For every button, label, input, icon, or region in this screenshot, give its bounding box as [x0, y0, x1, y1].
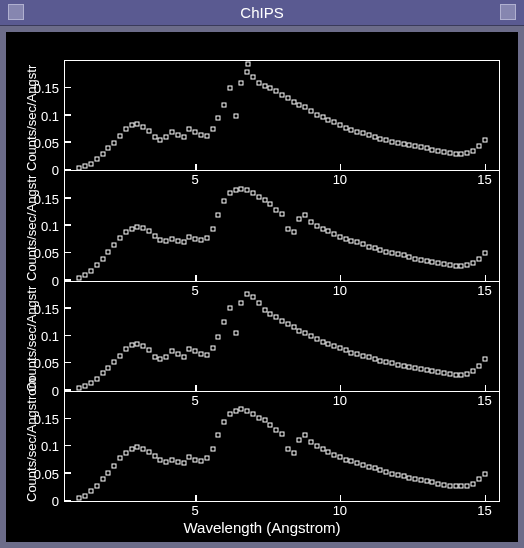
data-point [245, 188, 250, 193]
y-tick-mark [65, 500, 71, 502]
data-point [320, 226, 325, 231]
data-point [320, 114, 325, 119]
y-tick-mark [65, 224, 71, 226]
window-titlebar[interactable]: ChIPS [0, 0, 524, 26]
data-point [430, 147, 435, 152]
data-point [482, 357, 487, 362]
data-point [349, 127, 354, 132]
data-point [337, 123, 342, 128]
data-point [291, 325, 296, 330]
data-point [256, 80, 261, 85]
data-point [83, 493, 88, 498]
data-point [141, 446, 146, 451]
data-point [407, 475, 412, 480]
data-point [77, 386, 82, 391]
data-point [152, 233, 157, 238]
data-point [447, 483, 452, 488]
window-menu-icon[interactable] [8, 4, 24, 20]
data-point [106, 365, 111, 370]
y-tick-mark [65, 362, 71, 364]
data-point [349, 459, 354, 464]
data-point [355, 460, 360, 465]
data-point [94, 157, 99, 162]
data-point [332, 232, 337, 237]
data-point [418, 478, 423, 483]
data-point [245, 408, 250, 413]
data-point [141, 226, 146, 231]
plot-canvas: Counts/sec/AngstrCounts/sec/AngstrCounts… [6, 32, 518, 542]
data-point [251, 411, 256, 416]
data-point [413, 477, 418, 482]
y-tick-label: 0.1 [41, 329, 59, 344]
data-point [210, 226, 215, 231]
data-point [274, 89, 279, 94]
x-tick-label: 5 [192, 503, 199, 518]
data-point [401, 253, 406, 258]
data-point [152, 135, 157, 140]
data-point [343, 457, 348, 462]
data-point [418, 257, 423, 262]
data-point [89, 161, 94, 166]
data-point [303, 105, 308, 110]
data-point [465, 150, 470, 155]
data-point [332, 452, 337, 457]
data-point [262, 418, 267, 423]
data-point [308, 334, 313, 339]
data-point [366, 133, 371, 138]
data-point [389, 471, 394, 476]
data-point [372, 135, 377, 140]
data-point [146, 348, 151, 353]
data-point [83, 273, 88, 278]
y-tick-mark [65, 169, 71, 171]
data-point [175, 132, 180, 137]
data-point [430, 480, 435, 485]
data-point [233, 331, 238, 336]
data-point [482, 251, 487, 256]
data-point [146, 449, 151, 454]
data-point [146, 229, 151, 234]
data-point [395, 472, 400, 477]
data-point [117, 134, 122, 139]
data-point [413, 144, 418, 149]
data-point [100, 371, 105, 376]
y-tick-labels: 00.050.10.15 [15, 282, 61, 391]
data-point [436, 261, 441, 266]
data-point [389, 139, 394, 144]
window-minimize-icon[interactable] [500, 4, 516, 20]
data-point [239, 407, 244, 412]
data-point [204, 456, 209, 461]
data-point [112, 360, 117, 365]
data-point [117, 456, 122, 461]
data-point [407, 143, 412, 148]
data-point [123, 347, 128, 352]
data-point [129, 447, 134, 452]
data-point [239, 186, 244, 191]
y-tick-mark [65, 389, 71, 391]
data-point [459, 484, 464, 489]
x-tick-mark [195, 275, 197, 281]
data-point [193, 130, 198, 135]
data-point [447, 150, 452, 155]
data-point [152, 454, 157, 459]
data-point [337, 455, 342, 460]
data-point [198, 132, 203, 137]
data-point [372, 466, 377, 471]
data-point [355, 130, 360, 135]
data-point [280, 92, 285, 97]
data-point [482, 138, 487, 143]
data-point [314, 112, 319, 117]
data-point [158, 357, 163, 362]
data-point [297, 217, 302, 222]
data-point [476, 364, 481, 369]
y-tick-label: 0.05 [34, 246, 59, 261]
data-point [129, 343, 134, 348]
data-point [112, 140, 117, 145]
data-point [424, 146, 429, 151]
data-point [343, 125, 348, 130]
data-point [100, 477, 105, 482]
data-point [413, 256, 418, 261]
data-point [476, 143, 481, 148]
data-point [89, 489, 94, 494]
x-tick-labels: 51015 [65, 503, 499, 519]
data-point [123, 450, 128, 455]
